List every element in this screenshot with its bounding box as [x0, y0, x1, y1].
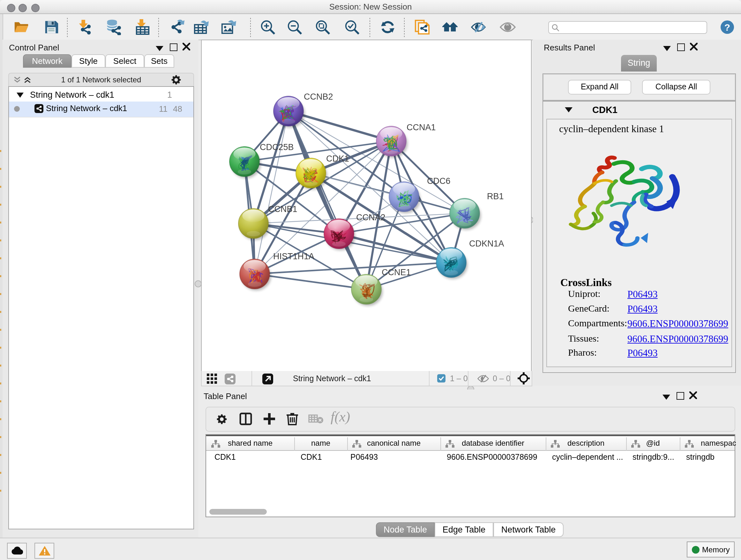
svg-text:CCNA1: CCNA1	[407, 123, 436, 132]
svg-text:CCNE1: CCNE1	[382, 267, 411, 277]
svg-text:CDK1: CDK1	[326, 154, 349, 164]
svg-text:CCNA2: CCNA2	[356, 212, 386, 222]
svg-text:CDC6: CDC6	[427, 176, 451, 186]
svg-text:CCNB1: CCNB1	[268, 204, 297, 214]
svg-text:CDKN1A: CDKN1A	[469, 239, 504, 248]
svg-text:RB1: RB1	[487, 192, 504, 201]
svg-text:CDC25B: CDC25B	[260, 142, 294, 152]
svg-text:HIST1H1A: HIST1H1A	[273, 252, 314, 261]
svg-text:CCNB2: CCNB2	[304, 92, 333, 102]
